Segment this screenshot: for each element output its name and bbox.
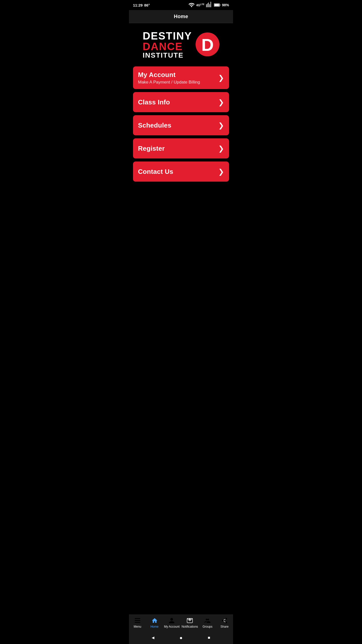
contact-us-chevron: ❯	[218, 168, 224, 176]
svg-text:D: D	[201, 35, 213, 54]
logo-area: DESTINY DANCE INSTITUTE D	[129, 23, 233, 66]
class-info-title: Class Info	[138, 98, 170, 106]
schedules-button[interactable]: Schedules ❯	[133, 115, 229, 135]
logo-d-icon: D	[196, 32, 219, 57]
svg-rect-2	[214, 4, 219, 6]
status-left: 11:29 86°	[133, 3, 150, 7]
logo-text: DESTINY DANCE INSTITUTE	[143, 31, 192, 59]
menu-area: My Account Make A Payment / Update Billi…	[129, 66, 233, 186]
register-title: Register	[138, 145, 165, 152]
network-type: 4GLTE	[196, 3, 204, 7]
schedules-chevron: ❯	[218, 121, 224, 130]
temperature-display: 86°	[144, 3, 150, 7]
svg-rect-1	[220, 5, 220, 6]
my-account-title: My Account	[138, 71, 175, 79]
register-button[interactable]: Register ❯	[133, 138, 229, 158]
battery-percent: 98%	[222, 3, 229, 7]
contact-us-title: Contact Us	[138, 168, 173, 176]
logo-dance: DANCE	[143, 41, 192, 52]
status-right: 4GLTE 98%	[188, 2, 229, 8]
time-display: 11:29	[133, 3, 143, 7]
class-info-chevron: ❯	[218, 98, 224, 106]
logo-destiny: DESTINY	[143, 31, 192, 41]
logo-d-svg: D	[196, 32, 219, 56]
battery-icon	[214, 3, 220, 7]
contact-us-button[interactable]: Contact Us ❯	[133, 162, 229, 182]
logo-institute: INSTITUTE	[143, 52, 192, 59]
signal-icon	[206, 2, 212, 8]
register-chevron: ❯	[218, 144, 224, 153]
status-bar: 11:29 86° 4GLTE 98%	[129, 0, 233, 10]
top-nav-bar: Home	[129, 10, 233, 23]
logo-container: DESTINY DANCE INSTITUTE D	[143, 31, 219, 59]
class-info-button[interactable]: Class Info ❯	[133, 92, 229, 112]
my-account-button[interactable]: My Account Make A Payment / Update Billi…	[133, 66, 229, 89]
page-title: Home	[174, 14, 188, 19]
my-account-subtitle: Make A Payment / Update Billing	[138, 80, 200, 85]
my-account-chevron: ❯	[218, 74, 224, 82]
wifi-icon	[188, 2, 195, 8]
schedules-title: Schedules	[138, 122, 171, 129]
